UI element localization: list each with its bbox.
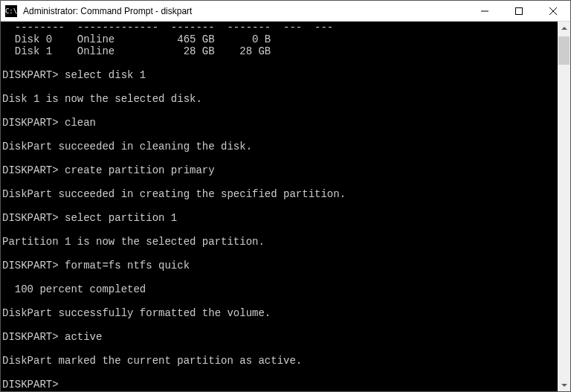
maximize-icon bbox=[515, 7, 523, 15]
chevron-up-icon bbox=[561, 27, 567, 30]
cmd-icon: C:\ bbox=[5, 5, 17, 17]
content-area: -------- ------------- ------- ------- -… bbox=[1, 22, 570, 391]
svg-rect-0 bbox=[516, 7, 523, 14]
terminal-output[interactable]: -------- ------------- ------- ------- -… bbox=[1, 22, 558, 391]
scroll-track[interactable] bbox=[558, 34, 570, 379]
close-button[interactable] bbox=[536, 1, 570, 22]
scroll-down-button[interactable] bbox=[558, 379, 570, 391]
window-title: Administrator: Command Prompt - diskpart bbox=[22, 6, 468, 16]
app-window: C:\ Administrator: Command Prompt - disk… bbox=[0, 0, 571, 392]
chevron-down-icon bbox=[561, 384, 567, 387]
scroll-thumb[interactable] bbox=[558, 36, 570, 65]
scroll-up-button[interactable] bbox=[558, 22, 570, 34]
minimize-button[interactable] bbox=[468, 1, 502, 22]
vertical-scrollbar[interactable] bbox=[558, 22, 570, 391]
titlebar[interactable]: C:\ Administrator: Command Prompt - disk… bbox=[1, 1, 570, 22]
minimize-icon bbox=[481, 7, 488, 15]
close-icon bbox=[549, 7, 557, 15]
maximize-button[interactable] bbox=[502, 1, 536, 22]
